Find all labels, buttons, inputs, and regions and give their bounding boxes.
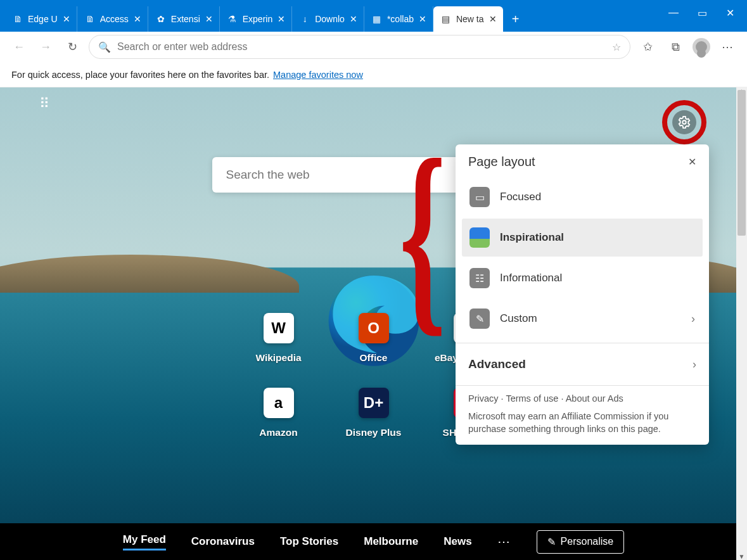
- chevron-right-icon: ›: [691, 312, 695, 326]
- forward-button[interactable]: →: [35, 37, 56, 57]
- about-ads-link[interactable]: About our Ads: [566, 393, 623, 404]
- feed-tab-coronavirus[interactable]: Coronavirus: [191, 535, 255, 548]
- privacy-link[interactable]: Privacy: [468, 393, 499, 404]
- inspirational-icon: [469, 227, 490, 248]
- new-tab-page: ⠿ { WWikipediaOOfficeeeBay AustraliaaAma…: [0, 87, 747, 560]
- manage-favorites-link[interactable]: Manage favorites now: [273, 70, 363, 80]
- terms-link[interactable]: Terms of use: [506, 393, 558, 404]
- favorites-button[interactable]: ✩: [637, 36, 658, 58]
- scroll-down-arrow[interactable]: ▼: [736, 553, 747, 560]
- layout-option-custom[interactable]: ✎Custom›: [462, 300, 703, 338]
- tab-extensi[interactable]: ✿Extensi✕: [148, 6, 220, 32]
- tab-close-button[interactable]: ✕: [205, 14, 213, 24]
- feed-tab-top-stories[interactable]: Top Stories: [280, 535, 338, 548]
- tab-label: Access: [100, 14, 129, 24]
- tab-label: Experin: [243, 14, 272, 24]
- quicklink-icon: D+: [359, 388, 389, 418]
- layout-option-label: Custom: [500, 312, 537, 325]
- tab-access[interactable]: 🗎Access✕: [77, 6, 148, 32]
- feed-bar: My FeedCoronavirusTop StoriesMelbourneNe…: [0, 523, 747, 560]
- panel-disclaimer: Microsoft may earn an Affiliate Commissi…: [456, 406, 709, 436]
- app-launcher-button[interactable]: ⠿: [39, 101, 51, 106]
- page-layout-panel: Page layout ✕ ▭FocusedInspirational☷Info…: [456, 144, 709, 445]
- panel-close-button[interactable]: ✕: [688, 156, 696, 168]
- tab-close-button[interactable]: ✕: [63, 14, 70, 24]
- tab-downlo[interactable]: ↓Downlo✕: [292, 6, 364, 32]
- back-button[interactable]: ←: [9, 37, 29, 57]
- tab-experin[interactable]: ⚗Experin✕: [220, 6, 292, 32]
- quicklink-label: Office: [360, 352, 388, 364]
- window-minimize-button[interactable]: —: [668, 7, 679, 18]
- favorite-star-icon[interactable]: ☆: [612, 41, 621, 53]
- quicklink-office[interactable]: OOffice: [326, 309, 421, 384]
- tab-label: Downlo: [315, 14, 345, 24]
- personalise-label: Personalise: [561, 536, 614, 547]
- tab-favicon: 🗎: [13, 14, 23, 24]
- layout-option-informational[interactable]: ☷Informational: [462, 259, 703, 297]
- quicklink-label: Amazon: [259, 427, 297, 438]
- feed-tab-melbourne[interactable]: Melbourne: [364, 535, 418, 548]
- favorites-hint-text: For quick access, place your favorites h…: [11, 70, 269, 80]
- more-menu-button[interactable]: ⋯: [717, 36, 738, 58]
- favorites-hint-bar: For quick access, place your favorites h…: [0, 62, 747, 87]
- tab-favicon: ▦: [372, 14, 382, 24]
- window-maximize-button[interactable]: ▭: [698, 7, 707, 19]
- focused-icon: ▭: [469, 187, 490, 207]
- quicklink-icon: O: [359, 313, 389, 343]
- refresh-button[interactable]: ↻: [62, 37, 82, 57]
- tab-strip: 🗎Edge U✕🗎Access✕✿Extensi✕⚗Experin✕↓Downl…: [0, 0, 747, 32]
- quicklink-amazon[interactable]: aAmazon: [231, 384, 326, 459]
- tab-label: *collab: [387, 14, 414, 24]
- tab--collab[interactable]: ▦*collab✕: [364, 6, 433, 32]
- tab-close-button[interactable]: ✕: [419, 14, 426, 24]
- tab-close-button[interactable]: ✕: [489, 14, 497, 24]
- advanced-row[interactable]: Advanced ›: [456, 348, 709, 380]
- tab-favicon: ▤: [441, 14, 451, 24]
- quicklink-label: Disney Plus: [346, 427, 402, 438]
- quicklink-label: Wikipedia: [255, 352, 301, 364]
- tab-close-button[interactable]: ✕: [278, 14, 285, 24]
- layout-option-label: Informational: [500, 272, 562, 284]
- collections-button[interactable]: ⧉: [665, 36, 686, 58]
- chevron-right-icon: ›: [693, 358, 696, 371]
- advanced-label: Advanced: [468, 357, 526, 371]
- layout-option-inspirational[interactable]: Inspirational: [462, 219, 703, 257]
- quicklink-disney-plus[interactable]: D+Disney Plus: [326, 384, 421, 459]
- annotation-highlight-circle: [662, 100, 706, 144]
- panel-title: Page layout: [468, 155, 535, 169]
- tab-close-button[interactable]: ✕: [134, 14, 141, 24]
- tab-label: New ta: [456, 14, 484, 24]
- pencil-icon: ✎: [547, 536, 556, 548]
- informational-icon: ☷: [469, 268, 490, 288]
- address-input[interactable]: [117, 41, 606, 53]
- feed-tab-news[interactable]: News: [444, 535, 471, 548]
- tab-favicon: ✿: [156, 14, 166, 24]
- vertical-scrollbar[interactable]: ▲ ▼: [736, 87, 747, 560]
- feed-tab-my-feed[interactable]: My Feed: [123, 533, 166, 550]
- tab-new-ta[interactable]: ▤New ta✕: [433, 6, 503, 32]
- tab-close-button[interactable]: ✕: [350, 14, 357, 24]
- panel-footer-links: Privacy · Terms of use · About our Ads: [456, 391, 709, 406]
- profile-button[interactable]: [693, 38, 710, 56]
- search-icon: 🔍: [98, 41, 111, 53]
- new-tab-button[interactable]: +: [503, 6, 528, 32]
- layout-option-label: Inspirational: [500, 231, 564, 244]
- layout-option-focused[interactable]: ▭Focused: [462, 178, 703, 216]
- quicklink-icon: W: [264, 313, 294, 343]
- address-bar[interactable]: 🔍 ☆: [89, 35, 630, 59]
- window-close-button[interactable]: ✕: [726, 7, 734, 19]
- tab-favicon: ↓: [300, 14, 310, 24]
- tab-label: Edge U: [28, 14, 58, 24]
- scrollbar-thumb[interactable]: [737, 90, 746, 236]
- tab-favicon: ⚗: [227, 14, 238, 24]
- quicklink-wikipedia[interactable]: WWikipedia: [231, 309, 326, 384]
- custom-icon: ✎: [469, 309, 490, 329]
- toolbar: ← → ↻ 🔍 ☆ ✩ ⧉ ⋯: [0, 32, 747, 62]
- quicklink-icon: a: [264, 388, 294, 418]
- layout-option-label: Focused: [500, 191, 541, 203]
- tab-label: Extensi: [171, 14, 200, 24]
- tab-edge-u[interactable]: 🗎Edge U✕: [5, 6, 77, 32]
- personalise-button[interactable]: ✎Personalise: [537, 530, 625, 554]
- tab-favicon: 🗎: [85, 14, 95, 24]
- feed-more-button[interactable]: ⋯: [497, 534, 511, 549]
